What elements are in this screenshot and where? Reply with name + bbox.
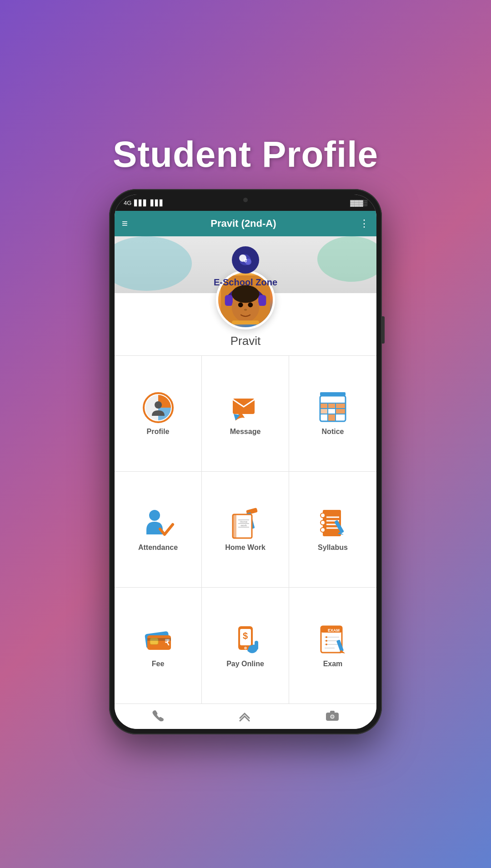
svg-rect-55 [147, 638, 171, 641]
header-section: e E-School Zone [115, 236, 376, 293]
svg-rect-12 [232, 320, 259, 324]
svg-point-69 [326, 636, 327, 638]
bg-shape-1 [115, 236, 192, 291]
exam-icon: EXAM [316, 624, 349, 656]
status-bar-left: 4G ▋▋▋ ▋▋▋ [124, 200, 164, 206]
message-label: Message [230, 428, 261, 436]
profile-section: Pravit [115, 293, 376, 355]
attendance-label: Attendance [138, 544, 178, 552]
svg-point-9 [238, 302, 243, 307]
phone-icon[interactable] [151, 709, 164, 724]
svg-text:-work: -work [240, 524, 247, 527]
svg-point-15 [155, 401, 162, 409]
svg-rect-31 [328, 414, 335, 421]
school-name: E-School Zone [214, 277, 277, 288]
svg-point-71 [326, 644, 327, 645]
menu-item-exam[interactable]: EXAM Exam [289, 588, 376, 703]
attendance-icon [142, 507, 175, 540]
svg-point-58 [244, 647, 247, 649]
payonline-icon: $ [229, 624, 262, 656]
student-name: Pravit [230, 334, 261, 348]
phone-shell: 4G ▋▋▋ ▋▋▋ ▓▓▓░ ≡ Pravit (2nd-A) ⋮ [109, 189, 382, 734]
syllabus-label: Syllabus [318, 544, 348, 552]
notch [225, 195, 266, 205]
message-icon [229, 391, 262, 424]
battery-indicator: ▓▓▓░ [350, 200, 367, 206]
svg-rect-29 [321, 409, 327, 414]
menu-item-homework[interactable]: Home -work Home Work [202, 472, 289, 588]
fee-icon: ₹ [142, 624, 175, 656]
menu-item-attendance[interactable]: Attendance [115, 472, 202, 588]
school-logo-icon: e [231, 245, 260, 274]
payonline-label: Pay Online [226, 660, 264, 668]
svg-point-32 [149, 510, 160, 521]
signal-bars2: ▋▋▋ [150, 200, 164, 206]
svg-rect-27 [328, 404, 335, 408]
menu-item-message[interactable]: Message [202, 356, 289, 472]
svg-rect-26 [321, 404, 327, 408]
syllabus-icon [316, 507, 349, 540]
page-title: Student Profile [113, 134, 378, 175]
side-button [382, 316, 385, 344]
profile-icon [142, 391, 175, 424]
svg-rect-6 [258, 295, 266, 306]
svg-rect-28 [336, 404, 345, 408]
exam-label: Exam [323, 660, 343, 668]
svg-rect-60 [255, 641, 258, 650]
svg-rect-5 [225, 295, 233, 306]
svg-point-10 [248, 302, 253, 307]
camera-icon[interactable] [325, 709, 340, 724]
top-nav: ≡ Pravit (2nd-A) ⋮ [115, 211, 376, 236]
status-bar: 4G ▋▋▋ ▋▋▋ ▓▓▓░ [115, 195, 376, 211]
svg-point-45 [321, 528, 325, 532]
svg-rect-75 [330, 711, 335, 713]
front-camera [243, 198, 248, 202]
notice-icon [316, 391, 349, 424]
fee-label: Fee [152, 660, 165, 668]
svg-point-8 [232, 285, 259, 303]
bottom-nav [115, 703, 376, 729]
menu-item-profile[interactable]: Profile [115, 356, 202, 472]
nav-title: Pravit (2nd-A) [210, 218, 276, 229]
notice-label: Notice [322, 428, 344, 436]
signal-bars: ▋▋▋ [134, 200, 148, 206]
profile-label: Profile [147, 428, 170, 436]
bg-shape-2 [317, 236, 376, 282]
homework-icon: Home -work [229, 507, 262, 540]
signal-text: 4G [124, 200, 131, 206]
svg-text:EXAM: EXAM [328, 628, 340, 633]
svg-point-70 [326, 640, 327, 642]
grid-menu: Profile Message [115, 355, 376, 703]
svg-point-11 [244, 309, 247, 310]
phone-screen: 4G ▋▋▋ ▋▋▋ ▓▓▓░ ≡ Pravit (2nd-A) ⋮ [115, 195, 376, 729]
svg-rect-30 [336, 409, 345, 414]
svg-text:e: e [244, 256, 247, 264]
svg-point-43 [321, 513, 325, 518]
menu-item-payonline[interactable]: $ Pay Online [202, 588, 289, 703]
svg-rect-36 [233, 514, 236, 538]
svg-text:$: $ [243, 631, 248, 641]
homework-label: Home Work [225, 544, 266, 552]
menu-item-syllabus[interactable]: Syllabus [289, 472, 376, 588]
menu-item-fee[interactable]: ₹ Fee [115, 588, 202, 703]
up-arrow-icon[interactable] [237, 709, 252, 724]
hamburger-menu-icon[interactable]: ≡ [122, 218, 128, 229]
svg-text:Home: Home [240, 520, 248, 523]
svg-point-44 [321, 520, 325, 525]
svg-point-74 [331, 715, 334, 718]
more-options-icon[interactable]: ⋮ [359, 218, 369, 229]
menu-item-notice[interactable]: Notice [289, 356, 376, 472]
